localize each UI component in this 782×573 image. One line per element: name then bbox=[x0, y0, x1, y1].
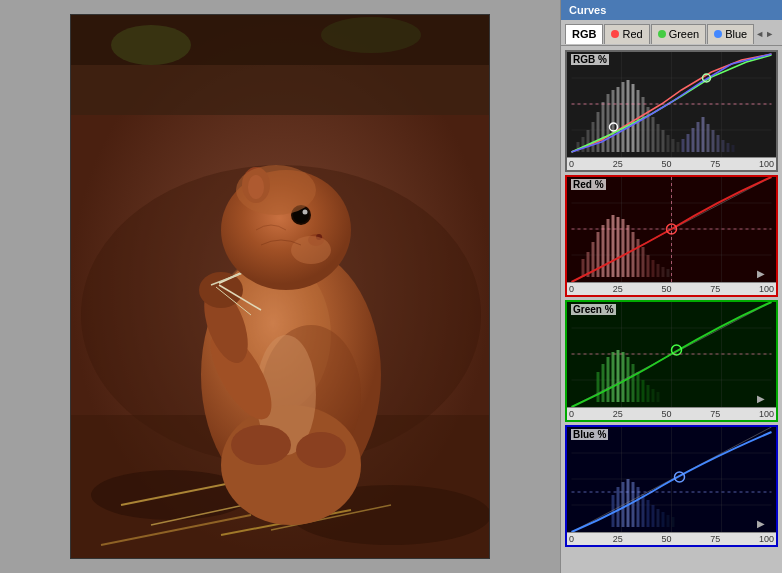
tab-blue-dot bbox=[714, 30, 722, 38]
svg-rect-53 bbox=[622, 82, 625, 152]
green-curve-svg: ▶ bbox=[567, 302, 776, 407]
svg-point-19 bbox=[199, 272, 243, 308]
svg-rect-46 bbox=[587, 130, 590, 152]
svg-rect-142 bbox=[637, 487, 640, 527]
scroll-right-arrow[interactable]: ► bbox=[765, 29, 774, 39]
svg-rect-95 bbox=[632, 232, 635, 277]
svg-rect-143 bbox=[642, 494, 645, 527]
svg-rect-114 bbox=[597, 372, 600, 402]
photo-canvas bbox=[71, 15, 490, 559]
tab-rgb-label: RGB bbox=[572, 28, 596, 40]
svg-rect-149 bbox=[672, 517, 675, 527]
svg-text:▶: ▶ bbox=[757, 518, 765, 529]
blue-curve-label: Blue % bbox=[571, 429, 608, 440]
svg-rect-98 bbox=[647, 255, 650, 277]
photo-area bbox=[0, 0, 560, 573]
svg-rect-147 bbox=[662, 512, 665, 527]
svg-rect-70 bbox=[707, 124, 710, 152]
svg-rect-122 bbox=[637, 372, 640, 402]
tab-red-label: Red bbox=[622, 28, 642, 40]
svg-rect-88 bbox=[597, 232, 600, 277]
svg-rect-75 bbox=[732, 145, 735, 152]
tab-red-dot bbox=[611, 30, 619, 38]
svg-rect-141 bbox=[632, 482, 635, 527]
rgb-curve-label: RGB % bbox=[571, 54, 609, 65]
svg-rect-61 bbox=[662, 130, 665, 152]
red-curve-axis: 0 25 50 75 100 bbox=[567, 282, 776, 295]
red-curve-section: Red % bbox=[565, 175, 778, 297]
red-curve-graph[interactable]: Red % bbox=[567, 177, 776, 282]
svg-rect-59 bbox=[652, 117, 655, 152]
svg-rect-85 bbox=[582, 259, 585, 277]
svg-rect-50 bbox=[607, 94, 610, 152]
svg-rect-121 bbox=[632, 364, 635, 402]
svg-rect-51 bbox=[612, 90, 615, 152]
scroll-left-arrow[interactable]: ◄ bbox=[755, 29, 764, 39]
svg-rect-45 bbox=[582, 137, 585, 152]
svg-rect-93 bbox=[622, 219, 625, 277]
svg-rect-148 bbox=[667, 515, 670, 527]
curves-panel: Curves RGB Red Green Blue ◄ ► RGB % bbox=[560, 0, 782, 573]
svg-rect-62 bbox=[667, 135, 670, 152]
svg-rect-89 bbox=[602, 225, 605, 277]
svg-rect-68 bbox=[697, 122, 700, 152]
svg-point-37 bbox=[321, 17, 421, 53]
svg-point-15 bbox=[231, 425, 291, 465]
svg-rect-94 bbox=[627, 225, 630, 277]
rgb-curve-axis: 0 25 50 75 100 bbox=[567, 157, 776, 170]
tab-blue-label: Blue bbox=[725, 28, 747, 40]
svg-rect-64 bbox=[677, 142, 680, 152]
svg-rect-65 bbox=[682, 139, 685, 152]
svg-rect-72 bbox=[717, 135, 720, 152]
svg-text:▶: ▶ bbox=[757, 268, 765, 279]
svg-point-16 bbox=[296, 432, 346, 468]
svg-rect-119 bbox=[622, 352, 625, 402]
tab-red[interactable]: Red bbox=[604, 24, 649, 44]
svg-rect-115 bbox=[602, 364, 605, 402]
rgb-curve-graph[interactable]: RGB % bbox=[567, 52, 776, 157]
svg-rect-57 bbox=[642, 97, 645, 152]
photo-frame bbox=[70, 14, 490, 559]
rgb-curve-svg bbox=[567, 52, 776, 157]
svg-rect-90 bbox=[607, 219, 610, 277]
tabs-bar: RGB Red Green Blue ◄ ► bbox=[561, 20, 782, 46]
svg-rect-74 bbox=[727, 143, 730, 152]
green-curve-graph[interactable]: Green % bbox=[567, 302, 776, 407]
svg-rect-124 bbox=[647, 385, 650, 402]
blue-curve-axis: 0 25 50 75 100 bbox=[567, 532, 776, 545]
svg-point-27 bbox=[303, 210, 308, 215]
svg-point-36 bbox=[111, 25, 191, 65]
tab-rgb[interactable]: RGB bbox=[565, 24, 603, 44]
green-curve-label: Green % bbox=[571, 304, 616, 315]
curves-content: RGB % bbox=[561, 46, 782, 573]
svg-rect-118 bbox=[617, 350, 620, 402]
svg-rect-48 bbox=[597, 112, 600, 152]
svg-rect-99 bbox=[652, 260, 655, 277]
red-curve-svg: ▶ bbox=[567, 177, 776, 282]
svg-point-32 bbox=[291, 236, 331, 264]
red-curve-label: Red % bbox=[571, 179, 606, 190]
blue-curve-graph[interactable]: Blue % bbox=[567, 427, 776, 532]
svg-rect-49 bbox=[602, 102, 605, 152]
svg-rect-63 bbox=[672, 139, 675, 152]
svg-rect-73 bbox=[722, 140, 725, 152]
green-curve-axis: 0 25 50 75 100 bbox=[567, 407, 776, 420]
svg-point-33 bbox=[236, 165, 316, 215]
tab-green[interactable]: Green bbox=[651, 24, 707, 44]
svg-rect-58 bbox=[647, 107, 650, 152]
rgb-curve-section: RGB % bbox=[565, 50, 778, 172]
svg-rect-47 bbox=[592, 122, 595, 152]
svg-rect-144 bbox=[647, 500, 650, 527]
svg-rect-125 bbox=[652, 389, 655, 402]
svg-rect-92 bbox=[617, 217, 620, 277]
svg-rect-102 bbox=[667, 269, 670, 277]
svg-rect-123 bbox=[642, 380, 645, 402]
svg-rect-69 bbox=[702, 117, 705, 152]
svg-rect-60 bbox=[657, 124, 660, 152]
blue-curve-svg: ▶ bbox=[567, 427, 776, 532]
svg-rect-66 bbox=[687, 134, 690, 152]
svg-rect-146 bbox=[657, 509, 660, 527]
tab-blue[interactable]: Blue bbox=[707, 24, 754, 44]
svg-rect-117 bbox=[612, 352, 615, 402]
svg-rect-116 bbox=[607, 357, 610, 402]
